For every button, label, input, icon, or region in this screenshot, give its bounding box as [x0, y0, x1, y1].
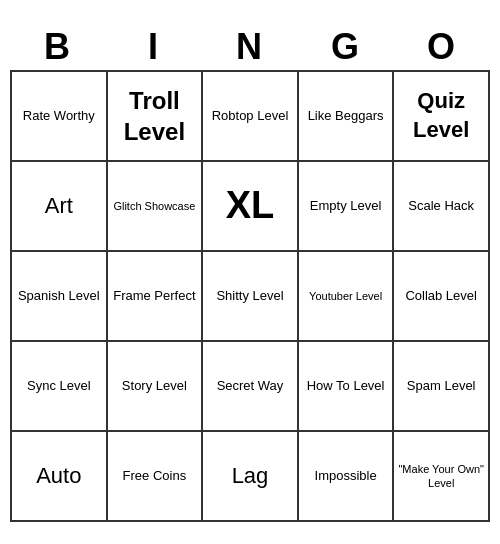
letter-o: O — [397, 26, 487, 68]
bingo-cell-8[interactable]: Empty Level — [299, 162, 395, 252]
bingo-cell-10[interactable]: Spanish Level — [12, 252, 108, 342]
bingo-cell-14[interactable]: Collab Level — [394, 252, 490, 342]
bingo-cell-23[interactable]: Impossible — [299, 432, 395, 522]
bingo-cell-12[interactable]: Shitty Level — [203, 252, 299, 342]
bingo-cell-4[interactable]: Quiz Level — [394, 72, 490, 162]
bingo-cell-15[interactable]: Sync Level — [12, 342, 108, 432]
bingo-cell-19[interactable]: Spam Level — [394, 342, 490, 432]
bingo-cell-17[interactable]: Secret Way — [203, 342, 299, 432]
letter-n: N — [205, 26, 295, 68]
letter-b: B — [13, 26, 103, 68]
bingo-cell-7[interactable]: XL — [203, 162, 299, 252]
letter-g: G — [301, 26, 391, 68]
bingo-cell-20[interactable]: Auto — [12, 432, 108, 522]
bingo-cell-0[interactable]: Rate Worthy — [12, 72, 108, 162]
bingo-header: B I N G O — [10, 22, 490, 70]
bingo-cell-6[interactable]: Glitch Showcase — [108, 162, 204, 252]
bingo-cell-5[interactable]: Art — [12, 162, 108, 252]
bingo-cell-11[interactable]: Frame Perfect — [108, 252, 204, 342]
bingo-cell-24[interactable]: "Make Your Own" Level — [394, 432, 490, 522]
bingo-cell-3[interactable]: Like Beggars — [299, 72, 395, 162]
bingo-cell-9[interactable]: Scale Hack — [394, 162, 490, 252]
bingo-cell-13[interactable]: Youtuber Level — [299, 252, 395, 342]
letter-i: I — [109, 26, 199, 68]
bingo-cell-18[interactable]: How To Level — [299, 342, 395, 432]
bingo-cell-22[interactable]: Lag — [203, 432, 299, 522]
bingo-cell-2[interactable]: Robtop Level — [203, 72, 299, 162]
bingo-card: B I N G O Rate WorthyTroll LevelRobtop L… — [10, 22, 490, 522]
bingo-grid: Rate WorthyTroll LevelRobtop LevelLike B… — [10, 70, 490, 522]
bingo-cell-21[interactable]: Free Coins — [108, 432, 204, 522]
bingo-cell-16[interactable]: Story Level — [108, 342, 204, 432]
bingo-cell-1[interactable]: Troll Level — [108, 72, 204, 162]
